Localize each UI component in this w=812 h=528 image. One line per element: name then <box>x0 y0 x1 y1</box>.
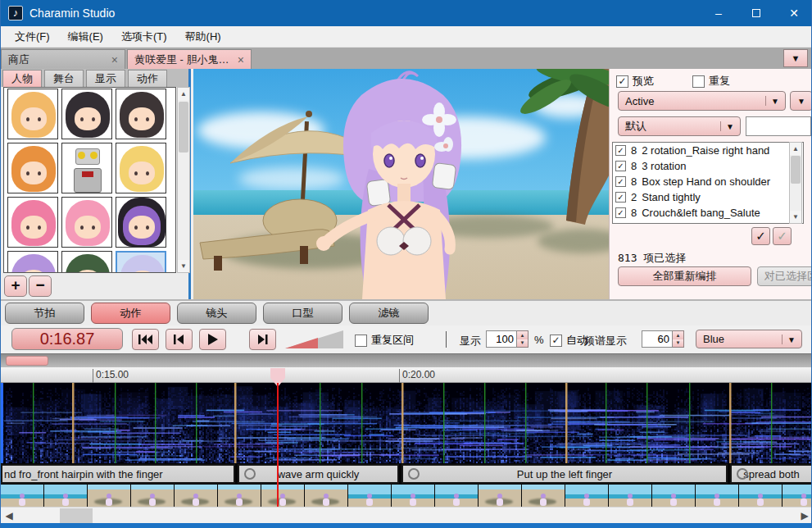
filter-input[interactable] <box>746 116 811 136</box>
film-frame-17[interactable] <box>739 485 782 507</box>
maximize-button[interactable] <box>737 0 775 26</box>
spectrum-stepper[interactable]: ▲▼ <box>642 330 684 348</box>
mode-tab-2[interactable]: 镜头 <box>177 303 256 324</box>
menu-item-0[interactable]: 文件(F) <box>6 27 59 47</box>
left-tab-0[interactable]: 人物 <box>2 70 42 87</box>
3d-viewport[interactable] <box>193 69 609 299</box>
film-frame-16[interactable] <box>696 485 738 507</box>
timeline-scrollbar[interactable] <box>1 353 812 367</box>
remove-character-button[interactable]: − <box>29 275 52 297</box>
checkbox-checked-icon[interactable]: ✓ <box>615 176 626 187</box>
tab-list-dropdown-button[interactable]: ▼ <box>783 49 808 67</box>
spectrogram-track[interactable] <box>1 383 812 463</box>
horizontal-scrollbar[interactable]: ◀ ▶ <box>1 507 812 523</box>
motion-list-scrollbar[interactable]: ▲ ▼ <box>789 142 802 224</box>
character-thumb-4[interactable] <box>61 143 112 193</box>
character-thumb-3[interactable] <box>7 143 58 193</box>
film-frame-15[interactable] <box>652 485 695 507</box>
doc-tab-0[interactable]: 商店× <box>1 49 125 69</box>
checkbox-checked-icon[interactable]: ✓ <box>615 161 626 171</box>
left-tab-2[interactable]: 显示 <box>86 70 125 87</box>
character-thumb-1[interactable] <box>61 89 112 139</box>
motion-item-0[interactable]: ✓82 rotation_Raise right hand <box>613 143 803 158</box>
film-frame-1[interactable] <box>44 485 87 507</box>
film-frame-4[interactable] <box>175 485 217 507</box>
character-thumb-6[interactable] <box>7 197 58 248</box>
motion-item-3[interactable]: ✓2Stand tightly <box>613 189 803 205</box>
character-thumb-2[interactable] <box>116 89 166 139</box>
repeat-checkbox[interactable]: 重复 <box>692 74 730 89</box>
spectrogram-canvas[interactable] <box>1 383 812 463</box>
scroll-right-icon[interactable]: ▶ <box>796 508 812 524</box>
playhead-line[interactable] <box>277 383 279 507</box>
scroll-up-icon[interactable]: ▲ <box>178 88 189 100</box>
preview-film-strip[interactable] <box>1 485 812 507</box>
motion-list[interactable]: ✓82 rotation_Raise right hand✓83 rotatio… <box>612 142 804 224</box>
motion-item-1[interactable]: ✓83 rotation <box>613 158 803 174</box>
checkbox-checked-icon[interactable]: ✓ <box>615 207 626 218</box>
uncheck-all-button[interactable]: ✓ <box>773 227 792 245</box>
scrollbar-thumb[interactable] <box>179 102 188 152</box>
annotation-segment-2[interactable]: Put up the left finger <box>401 464 728 484</box>
film-frame-7[interactable] <box>305 485 347 507</box>
spin-down-icon[interactable]: ▼ <box>517 339 528 348</box>
menu-item-3[interactable]: 帮助(H) <box>176 27 230 47</box>
character-thumb-0[interactable] <box>7 89 58 139</box>
spin-up-icon[interactable]: ▲ <box>673 331 683 339</box>
minimize-button[interactable]: – <box>700 0 737 26</box>
menu-item-1[interactable]: 编辑(E) <box>59 27 112 47</box>
spectrum-input[interactable] <box>642 330 673 348</box>
annotation-segment-1[interactable]: wave arm quickly <box>238 464 399 484</box>
checkbox-checked-icon[interactable]: ✓ <box>615 223 626 224</box>
menu-item-2[interactable]: 选项卡(T) <box>112 27 176 47</box>
scrollbar-thumb[interactable] <box>791 156 801 184</box>
auto-checkbox[interactable]: ✓ 自动 <box>550 333 587 348</box>
previous-frame-button[interactable] <box>166 329 193 350</box>
add-character-button[interactable]: + <box>4 275 27 297</box>
motion-annotation-track[interactable]: nd fro_front hairpin with the fingerwave… <box>1 463 812 485</box>
checkbox-checked-icon[interactable]: ✓ <box>615 192 626 203</box>
scroll-up-icon[interactable]: ▲ <box>790 143 801 155</box>
tab-close-icon[interactable]: × <box>231 53 244 66</box>
active-state-dropdown[interactable]: Active ▼ <box>618 91 786 111</box>
film-frame-8[interactable] <box>348 485 391 507</box>
motion-item-4[interactable]: ✓8Crouch&left bang_Salute <box>613 205 803 221</box>
motion-item-2[interactable]: ✓8Box step Hand on shoulder <box>613 174 803 189</box>
left-tab-3[interactable]: 动作 <box>128 70 167 87</box>
display-percent-stepper[interactable]: ▲▼ <box>486 330 528 348</box>
film-frame-12[interactable] <box>522 485 565 507</box>
film-frame-3[interactable] <box>131 485 174 507</box>
character-thumb-10[interactable] <box>61 251 112 273</box>
spin-down-icon[interactable]: ▼ <box>673 339 683 348</box>
character-thumb-9[interactable] <box>7 251 58 273</box>
motion-item-5[interactable]: ✓4Robot dance <box>613 221 803 224</box>
film-frame-5[interactable] <box>218 485 261 507</box>
left-tab-1[interactable]: 舞台 <box>44 70 84 87</box>
scroll-down-icon[interactable]: ▼ <box>178 260 189 272</box>
tab-close-icon[interactable]: × <box>105 53 118 66</box>
close-button[interactable]: ✕ <box>775 0 812 26</box>
character-grid-scrollbar[interactable]: ▲ ▼ <box>177 87 190 273</box>
film-frame-0[interactable] <box>1 485 43 507</box>
mode-tab-0[interactable]: 节拍 <box>5 303 84 324</box>
spectrum-color-dropdown[interactable]: Blue ▼ <box>696 330 802 348</box>
character-thumb-8[interactable] <box>116 197 166 248</box>
film-frame-10[interactable] <box>435 485 478 507</box>
character-thumb-7[interactable] <box>61 197 112 248</box>
play-button[interactable] <box>199 329 226 350</box>
film-frame-9[interactable] <box>392 485 434 507</box>
next-frame-button[interactable] <box>249 329 276 350</box>
display-percent-input[interactable] <box>486 330 517 348</box>
title-bar[interactable]: ♪ Charamin Studio – ✕ <box>1 0 812 26</box>
check-all-button[interactable]: ✓ <box>751 227 770 245</box>
film-frame-18[interactable] <box>783 485 812 507</box>
film-frame-13[interactable] <box>565 485 608 507</box>
volume-slider[interactable] <box>285 330 343 348</box>
character-thumb-5[interactable] <box>116 143 166 193</box>
timeline-ruler[interactable]: 0:15.000:20.00 <box>1 367 812 383</box>
mode-tab-4[interactable]: 滤镜 <box>349 303 429 324</box>
mode-tab-1[interactable]: 动作 <box>91 303 170 324</box>
scroll-down-icon[interactable]: ▼ <box>790 211 801 223</box>
skip-to-start-button[interactable] <box>132 329 159 350</box>
state-options-button[interactable]: ▼ <box>790 91 812 111</box>
